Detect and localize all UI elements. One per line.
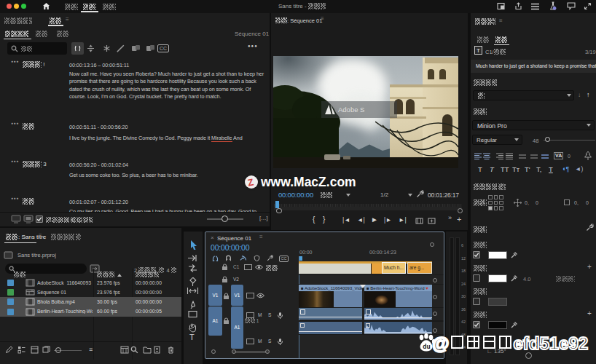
- svg-text:du: du: [423, 343, 430, 350]
